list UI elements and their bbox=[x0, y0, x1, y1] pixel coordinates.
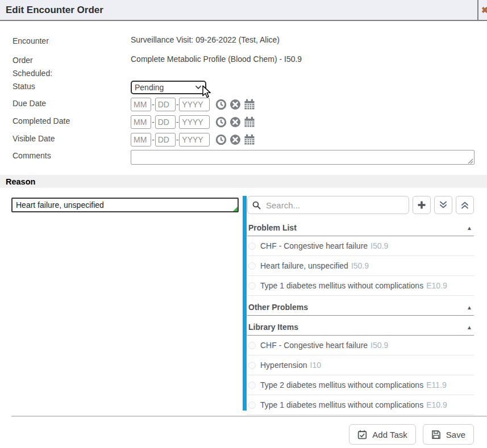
time-icon[interactable] bbox=[215, 99, 227, 110]
reason-list-item[interactable]: Hypertension I10 bbox=[247, 355, 474, 375]
reason-list-item[interactable]: Type 1 diabetes mellitus without complic… bbox=[247, 276, 474, 296]
group-title: Library Items bbox=[248, 323, 298, 332]
visible-day-input[interactable] bbox=[155, 133, 176, 146]
calendar-icon[interactable] bbox=[244, 99, 255, 110]
panel-divider-bar bbox=[243, 196, 247, 411]
reason-list-item[interactable]: CHF - Congestive heart failure I50.9 bbox=[247, 236, 474, 256]
completed-month-input[interactable] bbox=[131, 115, 151, 129]
visible-date-label: Visible Date bbox=[13, 133, 131, 143]
add-task-label: Add Task bbox=[372, 430, 407, 439]
reason-groups: Problem List ▲ CHF - Congestive heart fa… bbox=[247, 216, 474, 415]
dialog-titlebar: Edit Encounter Order ✖ bbox=[0, 0, 487, 21]
item-text: CHF - Congestive heart failure bbox=[260, 341, 368, 350]
radio-icon[interactable] bbox=[248, 242, 256, 250]
item-text: Type 1 diabetes mellitus without complic… bbox=[260, 281, 423, 290]
close-button[interactable]: ✖ bbox=[477, 0, 487, 20]
due-date-label: Due Date bbox=[13, 98, 131, 108]
date-separator: - bbox=[176, 135, 179, 144]
collapse-icon: ▲ bbox=[467, 225, 472, 231]
floppy-icon bbox=[431, 430, 441, 439]
group-header[interactable]: Problem List ▲ bbox=[247, 216, 474, 236]
reason-group: Library Items ▲ CHF - Congestive heart f… bbox=[247, 316, 474, 415]
time-icon[interactable] bbox=[215, 134, 227, 145]
radio-icon[interactable] bbox=[248, 282, 256, 290]
reason-search-input[interactable] bbox=[265, 200, 404, 211]
radio-icon[interactable] bbox=[248, 342, 256, 349]
item-text: Type 1 diabetes mellitus without complic… bbox=[260, 400, 423, 409]
order-label: Order bbox=[13, 55, 131, 65]
comments-label: Comments bbox=[13, 150, 131, 160]
due-date-row: Due Date - - bbox=[13, 98, 474, 111]
time-icon[interactable] bbox=[215, 116, 227, 128]
footer: Add Task Save bbox=[349, 424, 474, 445]
reason-search-box bbox=[247, 196, 409, 214]
double-chevron-up-icon bbox=[460, 200, 469, 210]
item-code: E11.9 bbox=[426, 380, 447, 390]
add-task-button[interactable]: Add Task bbox=[349, 424, 415, 445]
clear-date-icon[interactable] bbox=[230, 134, 241, 145]
radio-icon[interactable] bbox=[248, 262, 256, 270]
item-code: I50.9 bbox=[371, 241, 388, 250]
radio-icon[interactable] bbox=[248, 382, 256, 389]
reason-input[interactable] bbox=[11, 198, 239, 212]
encounter-label: Encounter bbox=[13, 35, 131, 45]
comments-row: Comments bbox=[13, 150, 474, 166]
item-text: Hypertension bbox=[260, 361, 307, 370]
group-header[interactable]: Other Problems ▲ bbox=[247, 296, 474, 316]
calendar-icon[interactable] bbox=[244, 116, 255, 128]
visible-date-row: Visible Date - - bbox=[13, 133, 474, 146]
group-items: CHF - Congestive heart failure I50.9 Hyp… bbox=[247, 336, 474, 415]
footer-divider bbox=[11, 416, 487, 417]
reason-group: Problem List ▲ CHF - Congestive heart fa… bbox=[247, 216, 474, 296]
status-select[interactable]: Pending bbox=[131, 81, 206, 94]
encounter-value: Surveillance Visit: 09-26-2022 (Test, Al… bbox=[131, 35, 280, 44]
order-row: Order Complete Metabolic Profile (Blood … bbox=[13, 55, 474, 65]
collapse-all-button[interactable] bbox=[456, 196, 474, 214]
due-month-input[interactable] bbox=[131, 98, 151, 111]
expand-all-button[interactable] bbox=[434, 196, 452, 214]
reason-picker-panel: Problem List ▲ CHF - Congestive heart fa… bbox=[247, 196, 474, 415]
calendar-check-icon bbox=[357, 430, 367, 439]
calendar-icon[interactable] bbox=[244, 134, 255, 145]
group-items: CHF - Congestive heart failure I50.9 Hea… bbox=[247, 236, 474, 296]
due-day-input[interactable] bbox=[155, 98, 176, 111]
item-code: E10.9 bbox=[426, 281, 447, 290]
completed-day-input[interactable] bbox=[155, 115, 176, 129]
clear-date-icon[interactable] bbox=[230, 99, 241, 110]
collapse-icon: ▲ bbox=[467, 304, 472, 311]
reason-list-item[interactable]: Type 2 diabetes mellitus without complic… bbox=[247, 375, 474, 395]
reason-list-item[interactable]: Heart failure, unspecified I50.9 bbox=[247, 256, 474, 276]
status-label: Status bbox=[13, 81, 131, 91]
reason-input-wrap bbox=[11, 198, 239, 212]
due-year-input[interactable] bbox=[179, 98, 210, 111]
collapse-icon: ▲ bbox=[467, 324, 472, 330]
scheduled-row: Scheduled: bbox=[13, 68, 474, 78]
add-reason-button[interactable] bbox=[413, 196, 431, 214]
reason-section-header: Reason bbox=[0, 175, 487, 188]
completed-date-row: Completed Date - - bbox=[13, 115, 474, 129]
plus-icon bbox=[417, 200, 426, 210]
radio-icon[interactable] bbox=[248, 362, 256, 369]
reason-section-title: Reason bbox=[6, 177, 35, 186]
date-separator: - bbox=[152, 118, 155, 127]
save-label: Save bbox=[446, 430, 465, 439]
visible-month-input[interactable] bbox=[131, 133, 151, 146]
group-header[interactable]: Library Items ▲ bbox=[247, 316, 474, 336]
group-title: Other Problems bbox=[248, 303, 308, 312]
date-separator: - bbox=[152, 100, 155, 109]
item-code: I50.9 bbox=[371, 341, 388, 350]
item-text: CHF - Congestive heart failure bbox=[260, 241, 368, 250]
chevron-down-icon bbox=[195, 84, 202, 91]
clear-date-icon[interactable] bbox=[230, 116, 241, 128]
visible-year-input[interactable] bbox=[179, 133, 210, 146]
reason-list-item[interactable]: CHF - Congestive heart failure I50.9 bbox=[247, 336, 474, 355]
completed-year-input[interactable] bbox=[179, 115, 210, 129]
date-separator: - bbox=[176, 118, 179, 127]
group-title: Problem List bbox=[248, 223, 297, 232]
reason-list-item[interactable]: Type 1 diabetes mellitus without complic… bbox=[247, 395, 474, 415]
date-separator: - bbox=[176, 100, 179, 109]
save-button[interactable]: Save bbox=[423, 424, 474, 445]
dialog-title: Edit Encounter Order bbox=[6, 5, 103, 16]
radio-icon[interactable] bbox=[248, 401, 256, 409]
comments-textarea[interactable] bbox=[131, 150, 474, 165]
